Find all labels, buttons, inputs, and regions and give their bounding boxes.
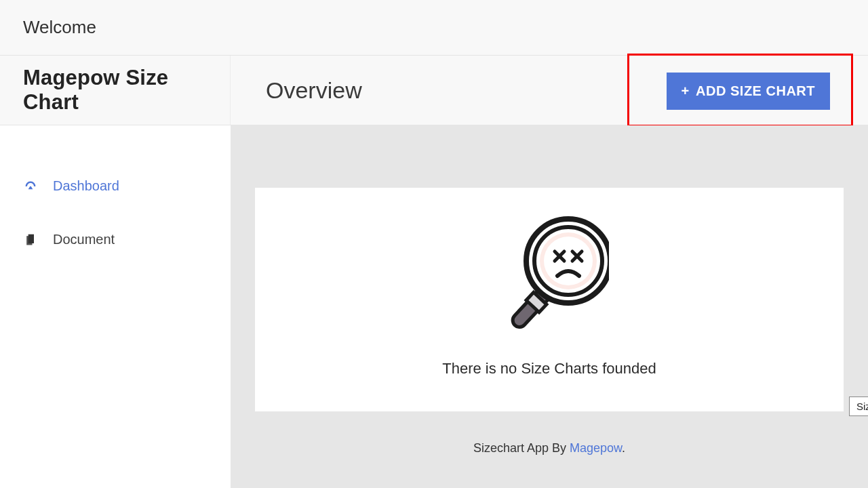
header-left: Magepow Size Chart (0, 56, 231, 125)
add-button-highlight: + ADD SIZE CHART (627, 54, 853, 127)
empty-state-card: There is no Size Charts founded (255, 188, 844, 411)
header-row: Magepow Size Chart Overview + ADD SIZE C… (0, 56, 868, 125)
footer-link[interactable]: Magepow (570, 441, 622, 455)
sidebar: Dashboard Document (0, 125, 231, 488)
app-title: Magepow Size Chart (23, 66, 230, 115)
document-icon (23, 232, 38, 247)
top-bar: Welcome (0, 0, 868, 56)
footer-prefix: Sizechart App By (473, 441, 570, 455)
footer-suffix: . (622, 441, 625, 455)
main-content: There is no Size Charts founded Sizechar… (231, 125, 868, 488)
dashboard-icon (23, 179, 38, 194)
plus-icon: + (682, 83, 690, 98)
empty-state-message: There is no Size Charts founded (442, 360, 656, 378)
page-title: Overview (266, 77, 362, 104)
sidebar-item-label: Dashboard (53, 178, 119, 194)
body: Dashboard Document (0, 125, 868, 488)
magnifier-sad-icon (490, 214, 609, 356)
header-right: Overview + ADD SIZE CHART (231, 56, 868, 125)
svg-point-5 (544, 237, 593, 285)
sidebar-item-document[interactable]: Document (0, 224, 231, 256)
footer: Sizechart App By Magepow. (473, 441, 625, 455)
welcome-label: Welcome (23, 17, 96, 38)
sidebar-item-label: Document (53, 232, 115, 247)
sidebar-item-dashboard[interactable]: Dashboard (0, 170, 231, 202)
add-size-chart-button[interactable]: + ADD SIZE CHART (667, 73, 830, 110)
tooltip: Size Chart (849, 396, 868, 416)
add-button-label: ADD SIZE CHART (696, 83, 815, 98)
